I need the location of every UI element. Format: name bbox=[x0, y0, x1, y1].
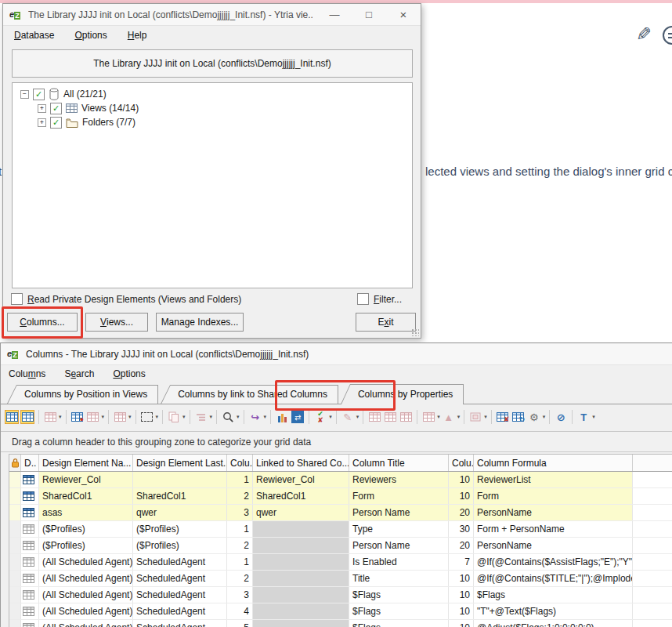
header-last[interactable]: Design Element Last... bbox=[133, 455, 227, 471]
export-dropdown-icon[interactable]: ▾ bbox=[264, 414, 267, 420]
resize-grip[interactable] bbox=[411, 328, 419, 336]
text-format-button[interactable]: T▾ bbox=[576, 408, 596, 426]
header-name[interactable]: Design Element Na... bbox=[39, 455, 133, 471]
header-icon[interactable]: D.. bbox=[21, 455, 39, 471]
views-button[interactable]: Views... bbox=[85, 313, 148, 332]
selection-mode-dropdown-icon[interactable]: ▾ bbox=[156, 414, 159, 420]
edit-values-dropdown-icon[interactable]: ▾ bbox=[356, 414, 359, 420]
checkbox-all[interactable]: ✓ bbox=[33, 89, 45, 100]
columns-menu-search[interactable]: Search bbox=[64, 368, 94, 379]
grid-row[interactable]: (All Scheduled Agent)ScheduledAgent3$Fla… bbox=[9, 587, 672, 603]
outline-indent-button[interactable]: ▾ bbox=[193, 408, 214, 426]
header-pos[interactable]: Colu... bbox=[227, 455, 253, 471]
header-linked[interactable]: Linked to Shared Co... bbox=[253, 455, 349, 471]
expander-all[interactable]: − bbox=[20, 90, 29, 99]
close-button[interactable]: × bbox=[386, 5, 421, 25]
search-dropdown-icon[interactable]: ▾ bbox=[237, 414, 240, 420]
grid-row[interactable]: (All Scheduled Agent)ScheduledAgent4$Fla… bbox=[9, 603, 672, 620]
copy-button[interactable]: ▾ bbox=[166, 408, 186, 426]
header-title[interactable]: Column Title bbox=[349, 455, 449, 471]
filter-checkbox[interactable] bbox=[357, 293, 369, 305]
grid-row[interactable]: Rewiever_Col1Rewiever_ColReviewers10Revi… bbox=[9, 472, 672, 488]
expand-columns-button[interactable]: ▾ bbox=[85, 408, 106, 426]
selector-menu-options[interactable]: Options bbox=[74, 30, 107, 41]
edit-values-button[interactable]: ✎▾ bbox=[340, 408, 360, 426]
tab-columns-by-properties[interactable]: Columns by Properties bbox=[341, 384, 464, 404]
date-display-dropdown-icon[interactable]: ▾ bbox=[437, 414, 440, 420]
columns-menu-columns[interactable]: Columns bbox=[9, 368, 45, 379]
grid-row[interactable]: ($Profiles)($Profiles)2Person Name20Pers… bbox=[9, 538, 672, 554]
grid-row[interactable]: (All Scheduled Agent)ScheduledAgent5$Fla… bbox=[9, 620, 672, 627]
checkbox-views[interactable]: ✓ bbox=[50, 103, 62, 114]
date-display-button[interactable]: ▾ bbox=[421, 408, 441, 426]
expand-columns-dropdown-icon[interactable]: ▾ bbox=[102, 414, 105, 420]
view-grid-button[interactable] bbox=[20, 408, 35, 426]
row-properties-button[interactable]: ▾ bbox=[112, 408, 132, 426]
header-formula[interactable]: Column Formula bbox=[474, 455, 633, 471]
flags-grid-1-button[interactable] bbox=[367, 408, 382, 426]
refresh-grid-button[interactable]: ↻ bbox=[511, 408, 526, 426]
grid-header-row: D..Design Element Na...Design Element La… bbox=[9, 455, 672, 472]
reload-ban-button[interactable]: ⊘ bbox=[553, 408, 569, 426]
header-spacer[interactable] bbox=[633, 455, 672, 471]
search-button[interactable]: ▾ bbox=[220, 408, 240, 426]
cell-lock bbox=[9, 554, 21, 570]
read-private-checkbox-row[interactable]: Read Private Design Elements (Views and … bbox=[11, 293, 241, 305]
column-histogram-dropdown-icon[interactable]: ▾ bbox=[457, 414, 461, 420]
selector-titlebar[interactable]: eZ The Library JJJJ init on Local (confl… bbox=[3, 4, 421, 26]
frame-options-dropdown-icon[interactable]: ▾ bbox=[484, 414, 487, 420]
grid-row[interactable]: (All Scheduled Agent)ScheduledAgent1Is E… bbox=[9, 554, 672, 571]
manage-indexes-button[interactable]: Manage Indexes... bbox=[156, 313, 244, 332]
columns-button[interactable]: Columns... bbox=[7, 313, 78, 332]
grid-row[interactable]: ($Profiles)($Profiles)1Type30Form + Pers… bbox=[9, 521, 672, 538]
frame-options-button[interactable]: ▾ bbox=[468, 408, 488, 426]
remove-grid-button[interactable]: ✘ bbox=[495, 408, 511, 426]
tab-columns-by-link-to-shared-columns[interactable]: Columns by link to Shared Columns bbox=[161, 385, 338, 404]
compare-swap-button[interactable]: ⇄ bbox=[290, 408, 305, 426]
selection-mode-button[interactable]: ▾ bbox=[139, 408, 160, 426]
view-rows-button[interactable] bbox=[4, 408, 20, 426]
chart-button[interactable] bbox=[274, 408, 290, 426]
tree-item-folders[interactable]: +✓Folders (7/7) bbox=[13, 115, 412, 129]
grid-snapshot-button[interactable]: ● bbox=[70, 408, 85, 426]
checkbox-folders[interactable]: ✓ bbox=[50, 117, 62, 129]
export-button[interactable]: ↪▾ bbox=[247, 408, 268, 426]
text-format-dropdown-icon[interactable]: ▾ bbox=[592, 414, 595, 420]
maximize-button[interactable]: □ bbox=[352, 5, 386, 25]
toolbar-separator bbox=[216, 410, 217, 424]
column-histogram-button[interactable]: ▲▾ bbox=[441, 408, 461, 426]
tools-button[interactable]: ⚙▾ bbox=[526, 408, 547, 426]
outline-indent-dropdown-icon[interactable]: ▾ bbox=[210, 414, 213, 420]
filter-checkbox-row[interactable]: Filter... bbox=[357, 293, 402, 305]
list-circle-icon[interactable] bbox=[663, 26, 672, 45]
copy-dropdown-icon[interactable]: ▾ bbox=[182, 414, 186, 420]
expander-views[interactable]: + bbox=[38, 104, 46, 113]
flags-grid-2-button[interactable] bbox=[382, 408, 398, 426]
add-rows-dropdown-icon[interactable]: ▾ bbox=[59, 414, 62, 420]
tools-dropdown-icon[interactable]: ▾ bbox=[543, 414, 546, 420]
grid-row[interactable]: SharedCol1SharedCol12SharedCol1Form10For… bbox=[9, 488, 672, 505]
validate-checks-button[interactable]: ✔✘▾ bbox=[313, 408, 333, 426]
grid-row[interactable]: asasqwer3qwerPerson Name20PersonName bbox=[9, 505, 672, 521]
selector-menu-database[interactable]: Database bbox=[14, 30, 54, 41]
tab-columns-by-position-in-views[interactable]: Columns by Position in Views bbox=[7, 385, 158, 404]
columns-titlebar[interactable]: eZ Columns - The Library JJJJ init on Lo… bbox=[1, 343, 672, 365]
columns-menu-options[interactable]: Options bbox=[113, 368, 145, 379]
header-width[interactable]: Colu... bbox=[449, 455, 474, 471]
add-rows-button[interactable]: ▾ bbox=[42, 408, 63, 426]
grid-undo-button[interactable] bbox=[398, 408, 414, 426]
validate-checks-dropdown-icon[interactable]: ▾ bbox=[329, 414, 332, 420]
tree-item-all[interactable]: −✓All (21/21) bbox=[13, 87, 412, 101]
grid-row[interactable]: (All Scheduled Agent)ScheduledAgent2Titl… bbox=[9, 571, 672, 587]
grouping-zone[interactable]: Drag a column header to this grouping zo… bbox=[1, 431, 672, 452]
expander-folders[interactable]: + bbox=[38, 118, 46, 127]
selector-menu-help[interactable]: Help bbox=[128, 30, 147, 41]
row-properties-dropdown-icon[interactable]: ▾ bbox=[128, 414, 132, 420]
tree-item-views[interactable]: +✓Views (14/14) bbox=[13, 101, 412, 115]
header-lock[interactable] bbox=[9, 455, 21, 471]
minimize-button[interactable]: — bbox=[317, 5, 352, 25]
pencil-icon[interactable]: ✎ bbox=[636, 24, 652, 45]
read-private-checkbox[interactable] bbox=[11, 293, 23, 305]
selector-window: eZ The Library JJJJ init on Local (confl… bbox=[2, 3, 421, 339]
exit-button[interactable]: Exit bbox=[356, 313, 416, 332]
